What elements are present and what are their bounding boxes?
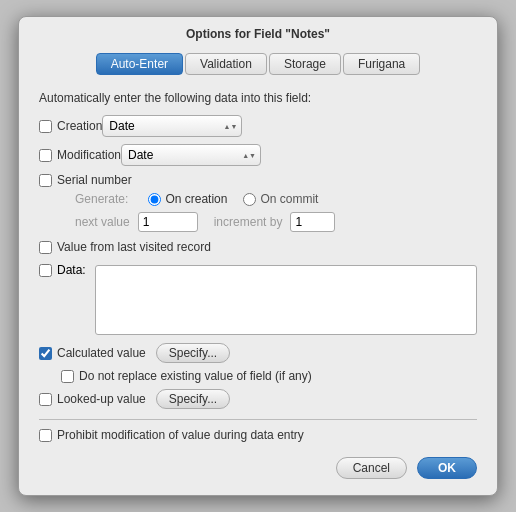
serial-number-checkbox[interactable] [39, 174, 52, 187]
next-value-row: next value increment by [75, 212, 477, 232]
data-row: Data: [39, 261, 477, 335]
serial-number-label[interactable]: Serial number [39, 173, 132, 187]
lookedup-label[interactable]: Looked-up value [39, 392, 146, 406]
serial-number-row: Serial number [39, 173, 477, 187]
next-value-label: next value [75, 215, 130, 229]
creation-label[interactable]: Creation [39, 119, 102, 133]
data-label-area: Data: [39, 261, 89, 277]
ok-button[interactable]: OK [417, 457, 477, 479]
calculated-specify-button[interactable]: Specify... [156, 343, 230, 363]
do-not-replace-checkbox[interactable] [61, 370, 74, 383]
last-visited-row: Value from last visited record [39, 240, 477, 254]
increment-label: increment by [214, 215, 283, 229]
tab-bar: Auto-Enter Validation Storage Furigana [19, 47, 497, 83]
data-textarea[interactable] [95, 265, 477, 335]
description-text: Automatically enter the following data i… [39, 91, 477, 105]
do-not-replace-label-text: Do not replace existing value of field (… [79, 369, 312, 383]
last-visited-label[interactable]: Value from last visited record [39, 240, 211, 254]
data-label-text: Data: [57, 263, 86, 277]
modification-label[interactable]: Modification [39, 148, 121, 162]
modification-select-wrapper: Date Time Timestamp Name [121, 144, 261, 166]
cancel-button[interactable]: Cancel [336, 457, 407, 479]
tab-auto-enter[interactable]: Auto-Enter [96, 53, 183, 75]
tab-storage[interactable]: Storage [269, 53, 341, 75]
on-creation-radio[interactable] [148, 193, 161, 206]
calculated-row: Calculated value Specify... [39, 343, 477, 363]
creation-label-text: Creation [57, 119, 102, 133]
calculated-label[interactable]: Calculated value [39, 346, 146, 360]
last-visited-label-text: Value from last visited record [57, 240, 211, 254]
calculated-label-text: Calculated value [57, 346, 146, 360]
generate-row: Generate: On creation On commit [75, 192, 477, 206]
on-commit-label: On commit [260, 192, 318, 206]
bottom-buttons: Cancel OK [19, 449, 497, 479]
content-area: Automatically enter the following data i… [19, 83, 497, 442]
do-not-replace-label[interactable]: Do not replace existing value of field (… [61, 369, 477, 383]
calculated-checkbox[interactable] [39, 347, 52, 360]
prohibit-label-text: Prohibit modification of value during da… [57, 428, 304, 442]
do-not-replace-row: Do not replace existing value of field (… [61, 369, 477, 383]
creation-dropdown[interactable]: Date Time Timestamp Name [102, 115, 242, 137]
serial-number-label-text: Serial number [57, 173, 132, 187]
last-visited-checkbox[interactable] [39, 241, 52, 254]
prohibit-label[interactable]: Prohibit modification of value during da… [39, 428, 304, 442]
modification-row: Modification Date Time Timestamp Name [39, 144, 477, 166]
lookedup-specify-button[interactable]: Specify... [156, 389, 230, 409]
tab-validation[interactable]: Validation [185, 53, 267, 75]
lookedup-label-text: Looked-up value [57, 392, 146, 406]
modification-dropdown[interactable]: Date Time Timestamp Name [121, 144, 261, 166]
increment-input[interactable] [290, 212, 335, 232]
dialog: Options for Field "Notes" Auto-Enter Val… [18, 16, 498, 496]
on-creation-option[interactable]: On creation [148, 192, 227, 206]
generate-label: Generate: [75, 192, 128, 206]
dialog-title: Options for Field "Notes" [19, 17, 497, 47]
on-creation-label: On creation [165, 192, 227, 206]
prohibit-row: Prohibit modification of value during da… [39, 428, 477, 442]
divider [39, 419, 477, 420]
lookedup-checkbox[interactable] [39, 393, 52, 406]
on-commit-radio[interactable] [243, 193, 256, 206]
lookedup-row: Looked-up value Specify... [39, 389, 477, 409]
on-commit-option[interactable]: On commit [243, 192, 318, 206]
tab-furigana[interactable]: Furigana [343, 53, 420, 75]
creation-checkbox[interactable] [39, 120, 52, 133]
modification-label-text: Modification [57, 148, 121, 162]
next-value-input[interactable] [138, 212, 198, 232]
prohibit-checkbox[interactable] [39, 429, 52, 442]
creation-row: Creation Date Time Timestamp Name [39, 115, 477, 137]
creation-select-wrapper: Date Time Timestamp Name [102, 115, 242, 137]
modification-checkbox[interactable] [39, 149, 52, 162]
data-checkbox[interactable] [39, 264, 52, 277]
